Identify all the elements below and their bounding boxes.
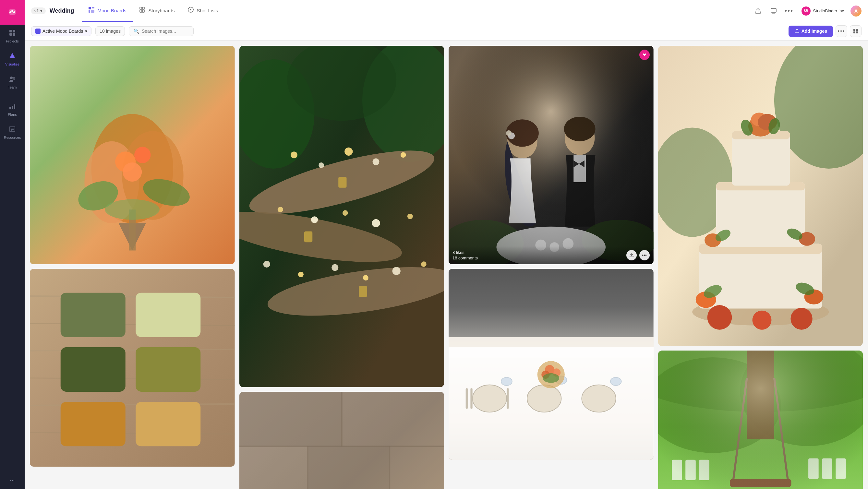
gallery-item-swing[interactable] xyxy=(658,351,863,489)
sidebar-divider xyxy=(6,96,19,96)
toolbar-grid-button[interactable] xyxy=(850,25,862,37)
svg-rect-21 xyxy=(91,10,94,13)
board-selector-label: Active Mood Boards xyxy=(42,29,83,34)
chevron-down-icon: ▾ xyxy=(40,8,42,13)
ellipsis-icon: ••• xyxy=(785,7,794,14)
more-items[interactable]: ... xyxy=(10,476,14,489)
likes-count: 8 likes xyxy=(453,250,478,255)
svg-rect-53 xyxy=(135,293,200,337)
resources-icon xyxy=(9,126,16,134)
gallery-item-table[interactable] xyxy=(448,269,654,460)
sidebar: Projects Visualize Team xyxy=(0,0,25,489)
gallery-item-bouquet[interactable] xyxy=(30,46,235,264)
toolbar: Active Mood Boards ▾ 10 images 🔍 Add Ima… xyxy=(25,22,868,40)
svg-point-77 xyxy=(332,264,338,271)
svg-rect-32 xyxy=(854,31,855,33)
tab-shot-lists-label: Shot Lists xyxy=(196,8,218,13)
visualize-icon xyxy=(9,52,16,61)
svg-point-80 xyxy=(421,261,426,267)
svg-point-44 xyxy=(105,199,160,220)
studio-logo: SB xyxy=(802,6,811,15)
search-icon: 🔍 xyxy=(134,29,139,34)
svg-rect-82 xyxy=(304,231,312,242)
svg-point-67 xyxy=(344,148,352,156)
svg-point-73 xyxy=(372,219,380,227)
svg-point-71 xyxy=(311,216,318,223)
nav-tabs: Mood Boards Storyboards xyxy=(82,0,752,22)
board-selector[interactable]: Active Mood Boards ▾ xyxy=(31,26,91,36)
user-name-label: StudioBinder Inc xyxy=(813,8,844,13)
svg-rect-7 xyxy=(13,33,15,36)
svg-rect-88 xyxy=(308,446,390,489)
tab-mood-boards[interactable]: Mood Boards xyxy=(82,0,133,22)
top-navigation: v1 ▾ Wedding Mood Boards xyxy=(25,0,868,22)
svg-rect-31 xyxy=(856,29,858,31)
team-icon xyxy=(9,75,16,84)
svg-point-27 xyxy=(190,9,191,10)
sidebar-item-plans[interactable]: Plans xyxy=(0,98,25,121)
masonry-grid: Wedding xyxy=(30,46,863,489)
upload-action-btn[interactable] xyxy=(626,250,637,260)
projects-label: Projects xyxy=(6,39,19,43)
sidebar-item-team[interactable]: Team xyxy=(0,71,25,94)
tab-mood-boards-label: Mood Boards xyxy=(97,8,126,13)
heart-badge[interactable]: ❤ xyxy=(639,50,650,60)
svg-rect-19 xyxy=(92,7,94,8)
svg-rect-180 xyxy=(658,351,863,489)
svg-rect-55 xyxy=(135,347,200,392)
main-content: v1 ▾ Wedding Mood Boards xyxy=(25,0,868,489)
sidebar-item-projects[interactable]: Projects xyxy=(0,25,25,48)
svg-rect-33 xyxy=(856,31,858,33)
svg-point-3 xyxy=(13,11,15,13)
search-input[interactable] xyxy=(142,29,189,34)
sidebar-item-resources[interactable]: Resources xyxy=(0,121,25,144)
svg-rect-12 xyxy=(9,107,11,109)
svg-rect-87 xyxy=(239,446,308,489)
svg-rect-52 xyxy=(61,293,126,337)
svg-rect-28 xyxy=(771,8,776,12)
user-area[interactable]: SB StudioBinder Inc xyxy=(799,5,846,17)
svg-point-79 xyxy=(392,267,400,275)
toolbar-more-button[interactable]: ••• xyxy=(836,25,847,37)
gallery-item-wedding-sign[interactable]: Wedding xyxy=(239,392,444,489)
tab-storyboards-label: Storyboards xyxy=(149,8,175,13)
svg-point-72 xyxy=(342,210,348,216)
more-action-btn[interactable]: ••• xyxy=(639,250,650,260)
gallery-item-logs[interactable] xyxy=(239,46,444,387)
more-button[interactable]: ••• xyxy=(783,5,795,17)
svg-point-130 xyxy=(611,377,621,385)
gallery-item-cake[interactable] xyxy=(658,46,863,346)
projects-icon xyxy=(9,29,16,38)
svg-point-66 xyxy=(318,162,324,168)
sidebar-item-visualize[interactable]: Visualize xyxy=(0,48,25,71)
svg-point-163 xyxy=(790,308,812,329)
svg-point-11 xyxy=(13,77,15,79)
user-avatar[interactable]: A xyxy=(850,5,862,17)
project-title: Wedding xyxy=(50,7,74,14)
tab-shot-lists[interactable]: Shot Lists xyxy=(181,0,224,22)
share-button[interactable] xyxy=(752,5,764,17)
version-badge[interactable]: v1 ▾ xyxy=(31,7,46,14)
svg-point-128 xyxy=(501,377,512,385)
gallery-item-palette[interactable] xyxy=(30,269,235,467)
app-logo[interactable] xyxy=(0,0,25,25)
svg-rect-89 xyxy=(390,446,444,489)
svg-rect-18 xyxy=(89,7,91,9)
gallery-item-couple[interactable]: ❤ 8 likes 18 comments xyxy=(448,46,654,264)
svg-rect-57 xyxy=(135,402,200,446)
ellipsis-icon: ••• xyxy=(838,28,845,34)
svg-rect-137 xyxy=(507,388,508,409)
add-images-button[interactable]: Add Images xyxy=(788,26,833,37)
svg-rect-56 xyxy=(61,402,126,446)
item-actions: ••• xyxy=(626,250,650,260)
tab-storyboards[interactable]: Storyboards xyxy=(133,0,181,22)
chevron-down-icon: ▾ xyxy=(85,29,87,34)
svg-point-70 xyxy=(277,207,283,213)
search-box[interactable]: 🔍 xyxy=(129,26,194,36)
download-button[interactable] xyxy=(768,5,779,17)
board-selector-icon xyxy=(35,29,40,34)
gallery-container: Wedding xyxy=(25,40,868,489)
svg-rect-81 xyxy=(338,177,346,188)
svg-point-69 xyxy=(400,152,406,158)
svg-rect-29 xyxy=(772,13,775,13)
